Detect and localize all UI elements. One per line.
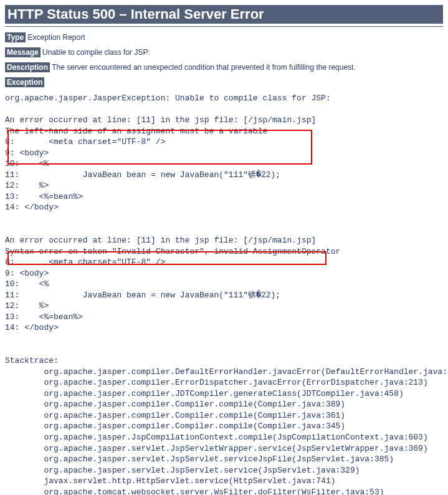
error-page: HTTP Status 500 – Internal Server Error … — [5, 5, 443, 495]
description-label: Description — [5, 62, 50, 72]
page-title: HTTP Status 500 – Internal Server Error — [5, 5, 443, 24]
message-row: Message Unable to compile class for JSP: — [5, 48, 443, 57]
description-value: The server encountered an unexpected con… — [52, 63, 356, 72]
exception-block: org.apache.jasper.JasperException: Unabl… — [5, 93, 443, 495]
divider — [5, 26, 443, 27]
type-row: Type Exception Report — [5, 33, 443, 42]
exception-label: Exception — [5, 77, 44, 87]
description-row: Description The server encountered an un… — [5, 63, 443, 72]
message-value: Unable to compile class for JSP: — [42, 48, 150, 57]
message-label: Message — [5, 47, 41, 57]
exception-row: Exception — [5, 78, 443, 87]
type-label: Type — [5, 32, 26, 42]
type-value: Exception Report — [27, 33, 85, 42]
